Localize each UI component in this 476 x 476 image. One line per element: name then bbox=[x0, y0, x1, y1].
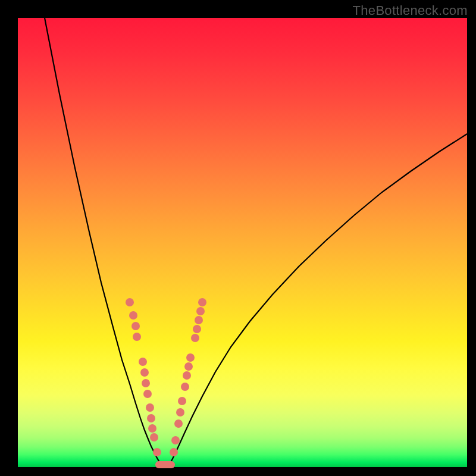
data-dot bbox=[195, 316, 203, 324]
watermark-text: TheBottleneck.com bbox=[353, 3, 468, 18]
data-dot bbox=[191, 334, 199, 342]
data-dots-left bbox=[126, 298, 161, 456]
data-dot bbox=[153, 448, 161, 456]
data-dot bbox=[181, 383, 189, 391]
data-dot bbox=[183, 371, 191, 380]
curve-right-branch bbox=[170, 134, 467, 464]
data-dot bbox=[142, 379, 150, 387]
data-dot bbox=[178, 397, 186, 405]
data-dot bbox=[140, 368, 149, 377]
plot-area bbox=[18, 18, 467, 467]
data-dot bbox=[196, 307, 205, 315]
data-dot bbox=[184, 362, 193, 371]
data-dot bbox=[147, 414, 155, 422]
data-dot bbox=[133, 333, 141, 341]
data-dot bbox=[146, 403, 154, 412]
data-dot bbox=[150, 433, 158, 441]
data-dot bbox=[193, 325, 201, 333]
data-dots-right bbox=[170, 298, 206, 456]
data-dot bbox=[174, 419, 183, 428]
data-dot bbox=[171, 436, 180, 444]
data-dot bbox=[126, 298, 134, 306]
data-dot bbox=[198, 298, 206, 306]
data-dot bbox=[186, 353, 195, 362]
curve-svg bbox=[18, 18, 467, 467]
chart-frame: TheBottleneck.com bbox=[0, 0, 476, 476]
data-dot bbox=[139, 358, 147, 366]
data-dot bbox=[131, 322, 140, 330]
data-dot bbox=[129, 311, 137, 320]
curve-left-branch bbox=[45, 18, 161, 464]
data-dot bbox=[176, 408, 184, 416]
data-dot bbox=[143, 390, 152, 398]
data-dot bbox=[148, 424, 156, 433]
data-dot bbox=[170, 448, 178, 456]
